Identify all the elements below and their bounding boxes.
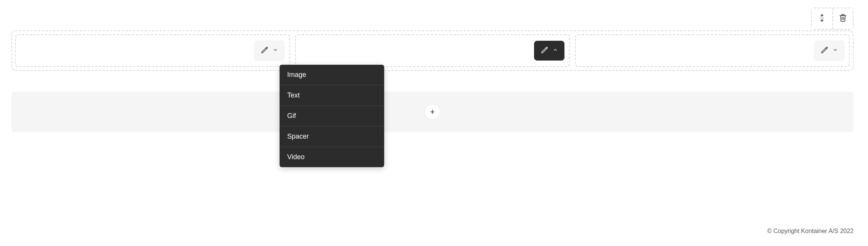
edit-column-button[interactable] (814, 41, 844, 61)
trash-icon (838, 13, 847, 24)
svg-point-1 (821, 18, 822, 18)
dropdown-item-gif[interactable]: Gif (280, 106, 384, 126)
copyright-text: © Copyright Kontainer A/S 2022 (767, 228, 854, 235)
pencil-icon (820, 46, 829, 56)
plus-icon: + (430, 108, 435, 116)
edit-column-button[interactable] (254, 41, 285, 61)
svg-point-2 (822, 18, 823, 18)
row-actions (811, 8, 854, 30)
add-section-button[interactable]: + (424, 104, 440, 120)
chevron-down-icon (833, 47, 838, 54)
layout-row (11, 30, 854, 71)
add-section-bar: + (11, 92, 854, 132)
column-slot-1[interactable] (15, 34, 290, 67)
move-icon (817, 13, 827, 24)
move-row-button[interactable] (812, 8, 832, 29)
dropdown-item-spacer[interactable]: Spacer (280, 126, 384, 147)
pencil-icon (541, 46, 549, 56)
svg-point-0 (820, 18, 820, 18)
svg-point-3 (823, 18, 824, 18)
chevron-up-icon (553, 47, 558, 54)
edit-column-button-active[interactable] (534, 41, 564, 61)
dropdown-item-image[interactable]: Image (280, 65, 384, 85)
chevron-down-icon (273, 47, 278, 54)
pencil-icon (261, 46, 269, 56)
content-type-dropdown: Image Text Gif Spacer Video (280, 65, 384, 167)
column-slot-3[interactable] (575, 34, 850, 67)
dropdown-item-video[interactable]: Video (280, 147, 384, 167)
delete-row-button[interactable] (832, 8, 853, 29)
column-slot-2[interactable] (295, 34, 570, 67)
dropdown-item-text[interactable]: Text (280, 85, 384, 106)
